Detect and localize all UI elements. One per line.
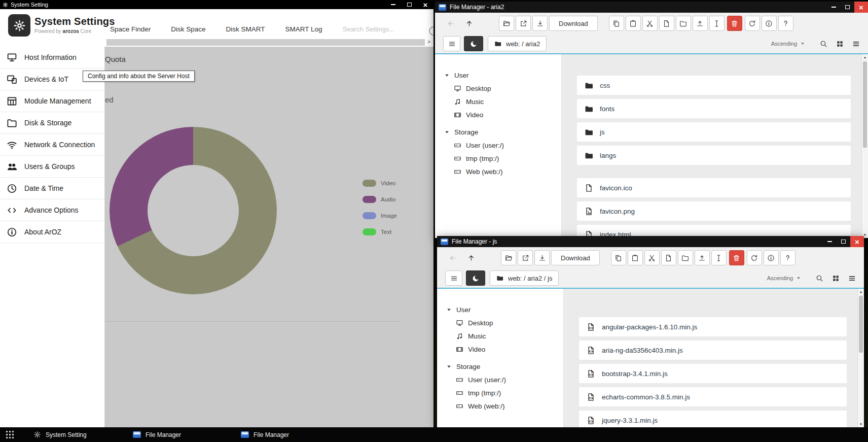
tree-item-web-drive[interactable]: Web (web:/) — [446, 399, 563, 413]
sidebar-item-about-aroz[interactable]: About ArOZ — [0, 221, 104, 243]
tree-item-user-drive[interactable]: User (user:/) — [444, 139, 561, 152]
close-button[interactable]: × — [854, 2, 868, 13]
scrollbar-thumb[interactable] — [859, 296, 863, 353]
tab-smart-log[interactable]: SMART Log — [285, 25, 322, 33]
cut-button[interactable] — [642, 16, 658, 31]
open-external-button[interactable] — [518, 250, 533, 265]
open-folder-button[interactable] — [501, 250, 516, 265]
download-button[interactable]: Download — [551, 250, 600, 265]
minimize-button[interactable] — [827, 2, 841, 13]
list-view-icon[interactable] — [852, 40, 860, 48]
tree-item-desktop[interactable]: Desktop — [446, 316, 563, 329]
sidebar-item-host-information[interactable]: Host Information — [0, 47, 104, 69]
tree-item-music[interactable]: Music — [446, 329, 563, 343]
folder-row-langs[interactable]: langs — [577, 146, 851, 165]
grid-view-icon[interactable] — [836, 40, 844, 48]
tab-disk-space[interactable]: Disk Space — [171, 25, 205, 33]
app-drawer-button[interactable] — [5, 430, 15, 441]
close-button[interactable]: × — [417, 0, 433, 9]
tree-section-user[interactable]: User — [446, 303, 563, 316]
sidebar-item-date-time[interactable]: Date & Time — [0, 178, 104, 199]
cut-button[interactable] — [644, 250, 660, 265]
settings-search-input[interactable] — [343, 25, 403, 33]
maximize-button[interactable] — [841, 2, 854, 13]
info-button[interactable] — [762, 16, 777, 31]
tree-section-user[interactable]: User — [444, 69, 561, 82]
system-settings-titlebar[interactable]: System Setting × — [0, 0, 433, 9]
tree-item-video[interactable]: Video — [444, 108, 561, 121]
folder-row-css[interactable]: css — [577, 76, 851, 95]
sidebar-item-disk-storage[interactable]: Disk & Storage — [0, 112, 104, 134]
download-icon-button[interactable] — [534, 250, 550, 265]
download-button[interactable]: Download — [549, 16, 598, 31]
breadcrumb[interactable]: web: / aria2 / js — [490, 270, 559, 286]
refresh-button[interactable] — [745, 16, 760, 31]
minimize-button[interactable] — [385, 0, 401, 9]
sidebar-item-module-management[interactable]: Module Management — [0, 90, 104, 112]
sidebar-item-users-groups[interactable]: Users & Groups — [0, 156, 104, 178]
tab-disk-smart[interactable]: Disk SMART — [226, 25, 265, 33]
file-row-aria-ng[interactable]: aria-ng-da5356c403.min.js — [579, 341, 847, 360]
grid-view-icon[interactable] — [832, 275, 840, 282]
list-view-icon[interactable] — [848, 275, 856, 282]
file-row-favicon-png[interactable]: favicon.png — [577, 201, 851, 221]
file-row-angular[interactable]: angular-packages-1.6.10.min.js — [579, 317, 847, 336]
search-icon[interactable] — [816, 275, 823, 282]
scroll-down-arrow[interactable]: ▼ — [858, 421, 864, 427]
scroll-up-arrow[interactable]: ▲ — [862, 54, 868, 60]
rename-button[interactable] — [709, 16, 725, 31]
scrollbar-thumb[interactable] — [863, 61, 867, 148]
file-row-favicon-ico[interactable]: favicon.ico — [577, 178, 851, 197]
taskbar-item-file-manager-1[interactable]: File Manager — [133, 427, 181, 442]
sort-order-select[interactable]: Ascending — [767, 275, 801, 281]
delete-button[interactable] — [729, 250, 744, 265]
up-button[interactable] — [463, 250, 479, 265]
paste-button[interactable] — [626, 16, 641, 31]
scroll-right-arrow[interactable]: > — [427, 39, 430, 45]
copy-button[interactable] — [609, 16, 624, 31]
tree-item-desktop[interactable]: Desktop — [444, 82, 561, 95]
paste-button[interactable] — [628, 250, 643, 265]
dark-mode-button[interactable] — [466, 270, 485, 286]
up-button[interactable] — [461, 16, 477, 31]
help-button[interactable] — [778, 16, 793, 31]
help-button[interactable] — [780, 250, 795, 265]
menu-button[interactable] — [445, 270, 462, 286]
dark-mode-button[interactable] — [464, 36, 483, 51]
info-button[interactable] — [764, 250, 779, 265]
folder-row-fonts[interactable]: fonts — [577, 99, 851, 118]
upload-button[interactable] — [695, 250, 710, 265]
search-icon[interactable] — [820, 40, 827, 48]
sidebar-item-network-connection[interactable]: Network & Connection — [0, 134, 104, 156]
file-manager-titlebar[interactable]: File Manager - js × — [437, 236, 864, 247]
tree-item-web-drive[interactable]: Web (web:/) — [444, 165, 561, 178]
tree-item-music[interactable]: Music — [444, 95, 561, 108]
taskbar-item-system-setting[interactable]: System Setting — [33, 427, 87, 442]
back-button[interactable] — [445, 250, 460, 265]
menu-button[interactable] — [443, 36, 460, 51]
new-folder-button[interactable] — [676, 16, 691, 31]
upload-button[interactable] — [693, 16, 708, 31]
tree-item-tmp-drive[interactable]: tmp (tmp:/) — [444, 152, 561, 165]
breadcrumb[interactable]: web: / aria2 — [488, 36, 547, 51]
file-row-jquery[interactable]: jquery-3.3.1.min.js — [579, 411, 847, 427]
close-button[interactable]: × — [850, 236, 864, 247]
maximize-button[interactable] — [401, 0, 417, 9]
new-file-button[interactable] — [661, 250, 676, 265]
sort-order-select[interactable]: Ascending — [771, 41, 805, 47]
tree-item-user-drive[interactable]: User (user:/) — [446, 373, 563, 386]
tree-section-storage[interactable]: Storage — [444, 125, 561, 139]
refresh-button[interactable] — [747, 250, 762, 265]
taskbar-item-file-manager-2[interactable]: File Manager — [241, 427, 289, 442]
vertical-scrollbar[interactable]: ▲ ▼ — [861, 54, 868, 238]
tabs-scrollbar[interactable] — [106, 39, 425, 46]
download-icon-button[interactable] — [532, 16, 548, 31]
tree-item-tmp-drive[interactable]: tmp (tmp:/) — [446, 386, 563, 399]
file-row-echarts[interactable]: echarts-common-3.8.5.min.js — [579, 387, 847, 406]
copy-button[interactable] — [611, 250, 626, 265]
rename-button[interactable] — [711, 250, 727, 265]
maximize-button[interactable] — [837, 236, 850, 247]
vertical-scrollbar[interactable]: ▲ ▼ — [857, 289, 864, 427]
file-manager-titlebar[interactable]: File Manager - aria2 × — [435, 2, 868, 13]
back-button[interactable] — [443, 16, 458, 31]
